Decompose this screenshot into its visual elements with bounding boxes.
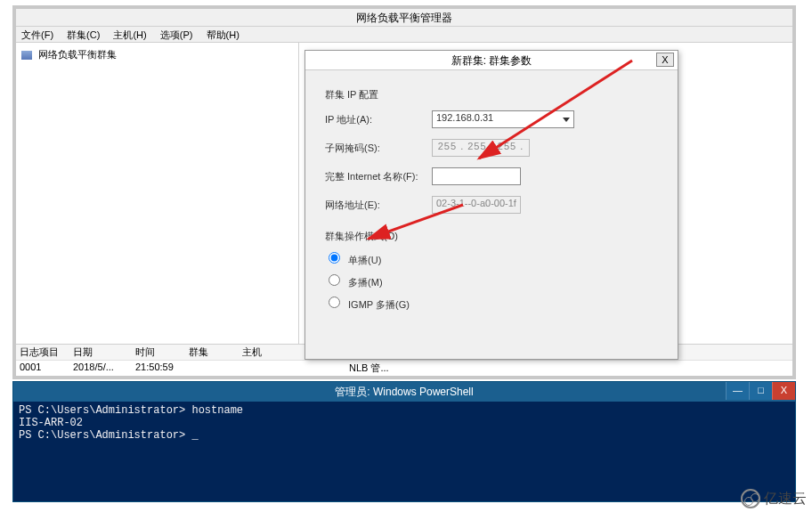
- log-cell-date: 2018/5/...: [73, 362, 135, 375]
- log-cell-host: [242, 362, 349, 375]
- mode-section-label: 群集操作模式(O): [325, 230, 658, 243]
- subnet-input: 255 . 255 . 255 .: [432, 139, 530, 157]
- log-col-entry[interactable]: 日志项目: [20, 345, 73, 359]
- log-cell-time: 21:50:59: [135, 362, 189, 375]
- dialog-title-text: 新群集: 群集参数: [451, 54, 532, 67]
- log-row[interactable]: 0001 2018/5/... 21:50:59 NLB 管...: [16, 361, 792, 376]
- powershell-title: 管理员: Windows PowerShell — □ X: [13, 382, 795, 402]
- watermark: 亿速云: [741, 489, 807, 508]
- menu-options[interactable]: 选项(P): [160, 29, 193, 40]
- powershell-window: 管理员: Windows PowerShell — □ X PS C:\User…: [12, 381, 796, 502]
- log-cell-desc: NLB 管...: [349, 362, 402, 375]
- ps-line-1: PS C:\Users\Administrator> hostname: [19, 404, 243, 417]
- radio-unicast-row[interactable]: 单播(U): [329, 252, 658, 267]
- radio-unicast-label: 单播(U): [348, 255, 381, 265]
- menu-file[interactable]: 文件(F): [21, 29, 53, 40]
- ip-address-label: IP 地址(A):: [325, 113, 432, 126]
- ps-close-button[interactable]: X: [772, 382, 795, 400]
- log-col-date[interactable]: 日期: [73, 345, 135, 359]
- menu-host[interactable]: 主机(H): [113, 29, 146, 40]
- new-cluster-dialog: 新群集: 群集参数 X 群集 IP 配置 IP 地址(A): 192.168.0…: [304, 50, 678, 360]
- log-col-time[interactable]: 时间: [135, 345, 189, 359]
- radio-multicast-row[interactable]: 多播(M): [329, 274, 658, 289]
- ps-maximize-button[interactable]: □: [749, 382, 772, 400]
- ps-line-2: IIS-ARR-02: [19, 417, 83, 429]
- radio-unicast[interactable]: [329, 252, 340, 264]
- window-title: 网络负载平衡管理器: [16, 9, 792, 27]
- ip-address-input[interactable]: 192.168.0.31: [432, 110, 574, 128]
- powershell-terminal[interactable]: PS C:\Users\Administrator> hostname IIS-…: [13, 402, 795, 501]
- log-col-cluster[interactable]: 群集: [189, 345, 242, 359]
- ps-minimize-button[interactable]: —: [726, 382, 749, 400]
- menu-bar: 文件(F) 群集(C) 主机(H) 选项(P) 帮助(H): [16, 27, 792, 43]
- powershell-window-buttons: — □ X: [726, 382, 795, 400]
- watermark-text: 亿速云: [764, 490, 807, 508]
- radio-multicast[interactable]: [329, 274, 340, 286]
- log-cell-entry: 0001: [20, 362, 73, 375]
- dialog-close-button[interactable]: X: [656, 53, 674, 67]
- radio-igmp[interactable]: [329, 297, 340, 308]
- ps-line-3: PS C:\Users\Administrator> _: [19, 429, 199, 442]
- mac-label: 网络地址(E):: [325, 199, 432, 212]
- mac-input: 02-3-1--0-a0-00-1f: [432, 196, 521, 214]
- menu-help[interactable]: 帮助(H): [207, 29, 240, 40]
- cluster-icon: [21, 51, 32, 60]
- log-cell-cluster: [189, 362, 242, 375]
- watermark-icon: [741, 489, 760, 508]
- subnet-label: 子网掩码(S):: [325, 142, 432, 155]
- powershell-title-text: 管理员: Windows PowerShell: [335, 386, 473, 398]
- radio-multicast-label: 多播(M): [348, 277, 383, 288]
- radio-igmp-row[interactable]: IGMP 多播(G): [329, 297, 658, 312]
- tree-root-label: 网络负载平衡群集: [38, 49, 117, 60]
- ip-section-label: 群集 IP 配置: [325, 88, 658, 102]
- dialog-body: 群集 IP 配置 IP 地址(A): 192.168.0.31 子网掩码(S):…: [305, 70, 678, 331]
- tree-root-item[interactable]: 网络负载平衡群集: [20, 46, 295, 63]
- radio-igmp-label: IGMP 多播(G): [348, 299, 410, 310]
- internet-name-input[interactable]: [432, 167, 521, 185]
- menu-cluster[interactable]: 群集(C): [67, 29, 100, 40]
- internet-name-label: 完整 Internet 名称(F):: [325, 170, 432, 183]
- tree-pane: 网络负载平衡群集: [16, 43, 299, 344]
- dialog-title: 新群集: 群集参数 X: [305, 51, 678, 70]
